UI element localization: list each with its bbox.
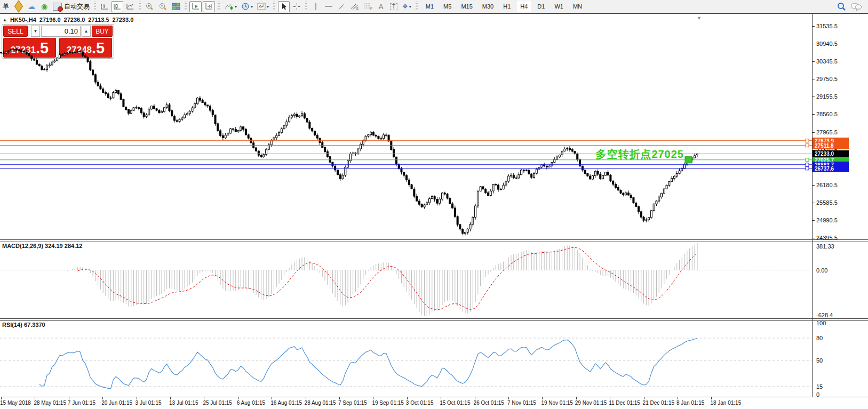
timeframe-mn[interactable]: MN bbox=[570, 1, 585, 12]
rsi-splitter[interactable] bbox=[0, 318, 868, 321]
candle-body bbox=[5, 51, 7, 53]
macd-label: MACD(12,26,9) 324.19 284.12 bbox=[2, 243, 82, 249]
candle-body bbox=[582, 166, 583, 170]
level-price-tag: 26737.6 bbox=[813, 165, 849, 172]
trendline-button[interactable] bbox=[336, 1, 347, 12]
candle-body bbox=[232, 129, 234, 129]
macd-signal-line bbox=[77, 247, 697, 309]
zoom-in-button[interactable] bbox=[144, 1, 156, 12]
shapes-button[interactable]: ❖▾ bbox=[401, 1, 413, 12]
chat-icon[interactable] bbox=[849, 1, 864, 12]
search-icon[interactable] bbox=[835, 1, 848, 12]
turning-point-marker[interactable] bbox=[685, 157, 692, 163]
indicators-button[interactable]: ▾ bbox=[222, 1, 238, 12]
timeframe-m15[interactable]: M15 bbox=[458, 1, 475, 12]
timeframe-m1[interactable]: M1 bbox=[423, 1, 437, 12]
candle-body bbox=[156, 109, 157, 110]
shapes-caret-icon: ▾ bbox=[409, 4, 411, 9]
candle-body bbox=[441, 193, 443, 199]
macd-splitter[interactable] bbox=[0, 239, 868, 242]
candle-body bbox=[26, 52, 27, 53]
cloud-icon[interactable]: ☁ bbox=[26, 1, 37, 12]
candle-body bbox=[676, 173, 678, 176]
candle-body bbox=[383, 135, 385, 139]
candle-body bbox=[204, 102, 206, 105]
bar-chart-type-button[interactable] bbox=[99, 1, 110, 12]
date-axis-tick bbox=[475, 397, 475, 399]
candle-body bbox=[217, 124, 219, 131]
text-button[interactable]: A bbox=[375, 1, 387, 12]
price-axis-tick bbox=[812, 132, 815, 133]
candle-body bbox=[380, 139, 382, 139]
zoom-out-button[interactable] bbox=[157, 1, 169, 12]
equidistant-channel-button[interactable]: E bbox=[348, 1, 361, 12]
level-line-handle[interactable] bbox=[806, 163, 809, 166]
rsi-plot[interactable] bbox=[0, 320, 812, 397]
candle-body bbox=[21, 51, 22, 52]
text-label-button[interactable]: T bbox=[388, 1, 400, 12]
candle-body bbox=[117, 91, 119, 94]
timeframe-m5[interactable]: M5 bbox=[440, 1, 455, 12]
timeframe-h1[interactable]: H1 bbox=[500, 1, 514, 12]
candle-body bbox=[360, 145, 361, 149]
profiles-icon[interactable] bbox=[13, 1, 25, 12]
price-axis-label: 29155.5 bbox=[816, 93, 838, 100]
candle-body bbox=[559, 155, 560, 157]
chart-window[interactable]: ▲ HK50-,H4 27196.0 27236.0 27113.5 27233… bbox=[0, 14, 868, 409]
timeframe-w1[interactable]: W1 bbox=[551, 1, 567, 12]
candle-body bbox=[71, 52, 73, 53]
macd-plot[interactable] bbox=[0, 241, 812, 318]
candle-body bbox=[594, 171, 596, 175]
candle-body bbox=[248, 135, 249, 138]
date-axis-tick bbox=[508, 397, 509, 399]
candle-body bbox=[571, 149, 573, 151]
crosshair-button[interactable] bbox=[291, 1, 302, 12]
date-axis-tick bbox=[644, 397, 644, 399]
candle-body bbox=[528, 170, 530, 174]
timeframe-d1[interactable]: D1 bbox=[534, 1, 548, 12]
new-order-button[interactable]: 单 bbox=[0, 1, 12, 12]
candle-body bbox=[408, 180, 410, 185]
periods-button[interactable]: ▾ bbox=[240, 1, 254, 12]
candle-body bbox=[13, 50, 14, 50]
vertical-line-button[interactable] bbox=[310, 1, 322, 12]
price-chart-plot[interactable] bbox=[0, 14, 812, 240]
candle-body bbox=[11, 50, 12, 51]
candle-body bbox=[153, 106, 155, 109]
price-axis-tick bbox=[812, 26, 815, 27]
date-axis-label: 28 May 01:15 bbox=[34, 400, 66, 406]
line-chart-type-button[interactable] bbox=[124, 1, 136, 12]
fibonacci-button[interactable]: F bbox=[362, 1, 374, 12]
candle-body bbox=[421, 204, 423, 207]
date-axis-tick bbox=[678, 397, 678, 399]
date-axis-tick bbox=[69, 397, 69, 399]
autotrading-button[interactable]: 自动交易 bbox=[51, 1, 91, 12]
level-line-handle[interactable] bbox=[806, 167, 809, 170]
timeframe-m30[interactable]: M30 bbox=[479, 1, 497, 12]
toolbar-grip bbox=[218, 2, 220, 11]
tile-windows-button[interactable] bbox=[170, 1, 182, 12]
cursor-button[interactable] bbox=[278, 1, 290, 12]
timeframe-h4[interactable]: H4 bbox=[517, 1, 531, 12]
date-axis-tick bbox=[35, 397, 35, 399]
candle-body bbox=[222, 135, 224, 138]
candle-body bbox=[151, 106, 153, 109]
level-line-handle[interactable] bbox=[806, 139, 809, 142]
candle-body bbox=[467, 229, 468, 232]
autoscroll-button[interactable] bbox=[189, 1, 202, 12]
candle-body bbox=[202, 100, 203, 102]
shapes-glyph: ❖ bbox=[402, 3, 408, 10]
candle-body bbox=[602, 175, 604, 179]
candlestick-chart-type-button[interactable] bbox=[112, 1, 123, 12]
candle-body bbox=[179, 119, 180, 122]
candle-body bbox=[79, 52, 81, 52]
price-axis-label: 28560.5 bbox=[816, 111, 838, 117]
templates-button[interactable]: ▾ bbox=[256, 1, 270, 12]
level-line-handle[interactable] bbox=[806, 144, 809, 147]
horizontal-line-button[interactable] bbox=[323, 1, 335, 12]
chart-shift-button[interactable] bbox=[203, 1, 215, 12]
level-line-handle[interactable] bbox=[806, 158, 809, 162]
turning-point-annotation[interactable]: 多空转折点27025 bbox=[595, 147, 684, 162]
signals-icon[interactable]: ◉ bbox=[38, 1, 50, 12]
date-axis-label: 18 Jan 01:15 bbox=[710, 400, 741, 406]
